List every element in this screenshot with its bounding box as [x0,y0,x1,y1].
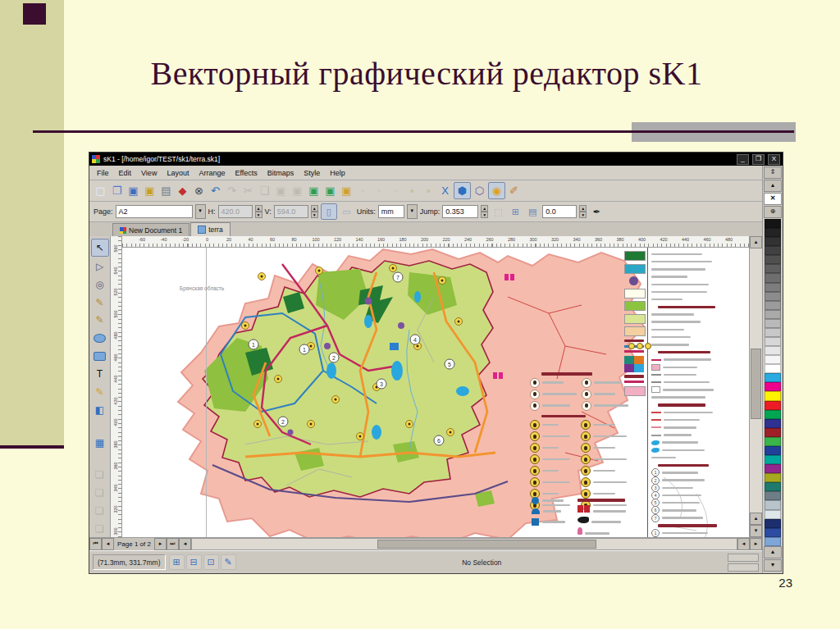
selector-tool[interactable]: ↖ [91,239,109,257]
menu-layout[interactable]: Layout [162,168,193,178]
palette-scroll-down-icon[interactable]: ▾ [764,559,782,572]
color-swatch[interactable] [765,401,781,410]
scroll-down-icon[interactable]: ▾ [750,525,762,537]
snap-to-objects-icon[interactable]: ⊡ [203,554,219,570]
scroll-up-icon[interactable]: ▴ [750,236,762,248]
registration-color-swatch[interactable]: ⊕ [764,206,782,218]
color-swatch[interactable] [765,273,781,282]
close-button[interactable]: X [768,154,780,165]
snap-to-page-icon[interactable]: ✎ [221,554,236,570]
page-format-select[interactable]: A2 [116,205,193,218]
color-swatch[interactable] [765,464,781,473]
import-image-icon[interactable]: ▣ [306,183,322,198]
layers-tool[interactable]: ▦ [92,435,108,451]
color-swatch[interactable] [765,292,781,301]
next-page-button[interactable]: ▸ [154,538,167,550]
color-swatch[interactable] [765,482,781,491]
color-swatch[interactable] [765,382,781,391]
shaper-tool[interactable]: ▷ [92,258,108,275]
menu-effects[interactable]: Effects [231,168,261,178]
minimize-button[interactable]: _ [737,154,749,165]
color-swatch[interactable] [765,455,781,464]
color-swatch[interactable] [765,410,781,419]
curve-edit-2-icon[interactable]: ◦ [421,183,436,198]
color-swatch[interactable] [765,337,781,346]
tab-terra[interactable]: terra [190,222,230,236]
color-swatch[interactable] [765,491,781,500]
previous-page-button[interactable]: ◂ [102,538,114,550]
vertical-scroll-thumb[interactable] [751,349,761,419]
last-page-button[interactable]: ⏭ [167,538,179,550]
document-canvas[interactable]: Брянская область 112234567 [122,248,749,537]
horizontal-scrollbar[interactable] [191,538,737,550]
polyline-tool[interactable]: ✎ [92,294,108,311]
color-swatch[interactable] [765,246,781,255]
jump-field[interactable]: 0.353 [442,205,478,218]
color-swatch[interactable] [765,301,781,310]
new-document-icon[interactable]: ▢ [93,183,108,198]
rectangle-tool[interactable] [92,348,108,364]
export-pdf-icon[interactable]: ◆ [175,183,190,198]
color-swatch[interactable] [765,510,781,519]
color-swatch[interactable] [765,346,781,355]
color-swatch[interactable] [765,419,781,428]
polygon-icon[interactable]: ⬢ [454,182,471,199]
vertical-ruler[interactable]: 5605405205004804604404204003803603403203… [111,236,122,537]
palette-scroll-top-icon[interactable]: ⇕ [764,166,782,179]
scroll-right-icon[interactable]: ▸ [750,538,762,550]
combine-icon[interactable]: X [437,183,453,198]
save-icon[interactable]: ▣ [126,183,141,198]
text-tool[interactable]: T [92,366,108,382]
curve-tool[interactable]: ✎ [92,312,108,329]
menu-edit[interactable]: Edit [115,168,136,178]
fill-tool[interactable]: ◧ [92,402,108,418]
color-swatch[interactable] [765,264,781,273]
color-swatch[interactable] [765,473,781,482]
color-swatch[interactable] [765,219,781,228]
undo-icon[interactable]: ↶ [208,183,223,198]
export-image-icon[interactable]: ▣ [322,183,338,198]
snap-to-guides-icon[interactable]: ⊟ [186,554,202,570]
palette-scroll-up-icon[interactable]: ▴ [764,180,782,192]
open-icon[interactable]: ❐ [109,183,125,198]
no-color-swatch[interactable]: ✕ [764,193,782,205]
color-swatch[interactable] [765,437,781,446]
color-swatch[interactable] [765,355,781,364]
color-swatch[interactable] [765,283,781,292]
page-height-field[interactable]: 594.0 [274,205,308,218]
angle-spinner[interactable]: ▲▼ [579,205,587,218]
color-swatch[interactable] [765,255,781,264]
page-format-dropdown-icon[interactable]: ▾ [195,204,206,219]
first-page-button[interactable]: ⏮ [89,538,102,550]
page-width-spinner[interactable]: ▲▼ [255,205,262,218]
color-swatch[interactable] [765,446,781,455]
color-swatch[interactable] [765,500,781,509]
color-swatch[interactable] [765,364,781,373]
color-swatch[interactable] [765,373,781,382]
color-swatch[interactable] [765,537,781,546]
color-swatch[interactable] [765,519,781,528]
color-swatch[interactable] [765,319,781,328]
color-swatch[interactable] [765,237,781,246]
color-swatch[interactable] [765,228,781,237]
close-document-icon[interactable]: ⊗ [191,183,207,198]
restore-button[interactable]: ❐ [752,154,765,165]
grid-toggle-button[interactable]: ⬚ [491,204,505,219]
landscape-button[interactable]: ▭ [340,204,354,219]
curve-edit-icon[interactable]: ◦ [404,183,420,198]
menu-view[interactable]: View [137,168,161,178]
menu-style[interactable]: Style [299,168,324,178]
print-icon[interactable]: ▤ [158,183,174,198]
scroll-left-icon[interactable]: ◂ [737,538,750,550]
vertical-scrollbar[interactable]: ▴ ▴ ▾ [749,236,762,537]
tools-icon[interactable]: ✐ [506,183,522,198]
color-swatch[interactable] [765,391,781,400]
horizontal-ruler[interactable]: -60-40-200204060801001201401601802002202… [122,236,749,248]
redraw-button[interactable]: ✒ [589,204,604,219]
grid-color-button[interactable]: ⊞ [508,204,523,219]
color-swatch[interactable] [765,528,781,537]
jump-spinner[interactable]: ▲▼ [481,205,488,218]
palette-scroll-up2-icon[interactable]: ▴ [764,546,782,558]
zoom-tool[interactable]: ◎ [92,276,108,293]
angle-field[interactable]: 0.0 [542,205,577,218]
